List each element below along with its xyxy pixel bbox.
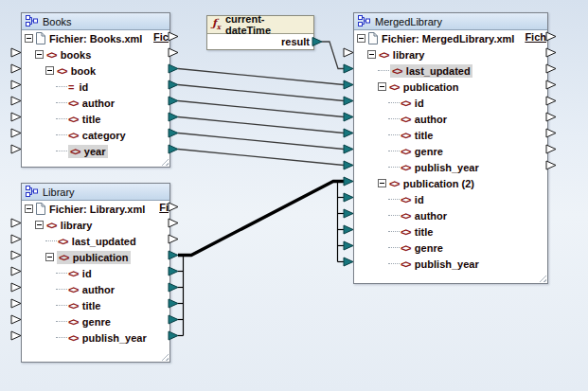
resize-grip[interactable]	[161, 158, 169, 166]
expand-toggle-icon[interactable]	[35, 50, 44, 59]
tree-node-title[interactable]: <>title	[354, 127, 547, 143]
merged-title-input-connector[interactable]	[344, 225, 353, 234]
tree-node-author[interactable]: <>author	[354, 207, 547, 223]
tree-node-last_updated[interactable]: <>last_updated	[354, 62, 547, 79]
wire-books-2[interactable]	[178, 101, 344, 117]
tree-node-genre[interactable]: <>genre	[354, 240, 547, 256]
tree-node-fichier-library-xml[interactable]: Fichier: Library.xmlFi	[22, 201, 169, 217]
library-publication-input-connector[interactable]	[11, 251, 21, 259]
expand-toggle-icon[interactable]	[25, 204, 33, 213]
tree-node-id[interactable]: <>id	[354, 95, 547, 111]
expand-toggle-icon[interactable]	[378, 179, 386, 187]
tree-node-id[interactable]: =id	[22, 79, 169, 95]
component-library[interactable]: Library Fichier: Library.xmlFi<>library<…	[21, 183, 170, 363]
books-title-input-connector[interactable]	[11, 113, 21, 121]
tree-node-id[interactable]: <>id	[354, 191, 547, 207]
merged-publish_year-input-connector[interactable]	[344, 258, 353, 266]
tree-node-publish_year[interactable]: <>publish_year	[22, 329, 169, 346]
tree-node-book[interactable]: <>book	[22, 62, 169, 79]
merged-id-input-connector[interactable]	[344, 97, 353, 105]
wire-books-4[interactable]	[178, 133, 344, 150]
fichier-link[interactable]: Fic	[151, 31, 169, 43]
tree-node-library[interactable]: <>library	[22, 217, 169, 233]
tree-node-author[interactable]: <>author	[354, 111, 547, 127]
tree-node-id[interactable]: <>id	[22, 265, 169, 281]
merged-publication-2--input-connector[interactable]	[344, 177, 353, 186]
fichier-link[interactable]: Fi	[157, 202, 169, 213]
xml-element-icon: <>	[379, 49, 388, 61]
tree-node-genre[interactable]: <>genre	[22, 313, 169, 329]
xml-element-icon: <>	[68, 284, 78, 295]
node-label: last_updated	[72, 236, 136, 247]
function-header[interactable]: ƒx current-dateTime	[207, 16, 313, 34]
merged-id-input-connector[interactable]	[344, 193, 353, 202]
tree-node-fichier-books-xml[interactable]: Fichier: Books.xmlFic	[22, 30, 169, 46]
tree-node-title[interactable]: <>title	[22, 111, 169, 127]
books-author-input-connector[interactable]	[11, 97, 21, 105]
xml-element-icon: <>	[401, 98, 410, 109]
library-library-input-connector[interactable]	[11, 219, 21, 227]
tree-node-genre[interactable]: <>genre	[354, 143, 547, 159]
books-books-input-connector[interactable]	[11, 48, 21, 57]
tree-node-publish_year[interactable]: <>publish_year	[354, 256, 547, 272]
wire-result-to-last-updated[interactable]	[322, 42, 344, 69]
tree-node-title[interactable]: <>title	[22, 297, 169, 313]
wire-books-5[interactable]	[178, 150, 344, 166]
wire-copy-all-publication[interactable]	[178, 182, 344, 256]
wire-books-1[interactable]	[178, 85, 344, 101]
wire-books-0[interactable]	[178, 69, 344, 85]
library-author-input-connector[interactable]	[11, 283, 21, 292]
merged-library-input-connector[interactable]	[344, 48, 353, 57]
tree-node-title[interactable]: <>title	[354, 223, 547, 240]
tree-node-publish_year[interactable]: <>publish_year	[354, 159, 547, 175]
tree-node-publication[interactable]: <>publication	[22, 249, 169, 265]
resize-grip[interactable]	[539, 275, 546, 282]
tree-node-library[interactable]: <>library	[354, 46, 547, 62]
expand-toggle-icon[interactable]	[378, 82, 386, 91]
expand-toggle-icon[interactable]	[25, 34, 33, 43]
component-mergedlibrary-titlebar[interactable]: MergedLibrary	[354, 13, 547, 30]
function-current-datetime[interactable]: ƒx current-dateTime result	[206, 15, 314, 50]
expand-toggle-icon[interactable]	[45, 253, 54, 261]
merged-title-input-connector[interactable]	[344, 129, 353, 137]
merged-author-input-connector[interactable]	[344, 209, 353, 218]
merged-publish_year-input-connector[interactable]	[344, 161, 353, 169]
wire-books-3[interactable]	[178, 117, 344, 133]
tree-node-books[interactable]: <>books	[22, 46, 169, 62]
expand-toggle-icon[interactable]	[367, 50, 376, 59]
books-id-input-connector[interactable]	[11, 80, 21, 89]
tree-node-last_updated[interactable]: <>last_updated	[22, 233, 169, 249]
tree-node-author[interactable]: <>author	[22, 281, 169, 297]
merged-genre-input-connector[interactable]	[344, 145, 353, 153]
library-last_updated-input-connector[interactable]	[11, 235, 21, 243]
tree-node-year[interactable]: <>year	[22, 143, 169, 159]
merged-last_updated-input-connector[interactable]	[344, 64, 353, 73]
highlighted-node: <>year	[68, 145, 108, 158]
merged-author-input-connector[interactable]	[344, 113, 353, 121]
xml-document-icon	[36, 32, 45, 44]
expand-toggle-icon[interactable]	[45, 66, 54, 75]
merged-publication-input-connector[interactable]	[344, 80, 353, 89]
library-genre-input-connector[interactable]	[11, 315, 21, 324]
tree-node-publication[interactable]: <>publication	[354, 79, 547, 95]
expand-toggle-icon[interactable]	[357, 34, 365, 43]
tree-node-category[interactable]: <>category	[22, 127, 169, 143]
expand-toggle-icon[interactable]	[35, 221, 44, 229]
tree-node-publication-2-[interactable]: <>publication (2)	[354, 175, 547, 191]
books-category-input-connector[interactable]	[11, 129, 21, 137]
books-year-input-connector[interactable]	[11, 145, 21, 153]
tree-node-author[interactable]: <>author	[22, 95, 169, 111]
books-book-input-connector[interactable]	[11, 64, 21, 73]
component-books[interactable]: Books Fichier: Books.xmlFic<>books<>book…	[21, 12, 170, 168]
library-title-input-connector[interactable]	[11, 299, 21, 308]
library-id-input-connector[interactable]	[11, 267, 21, 275]
merged-genre-input-connector[interactable]	[344, 241, 353, 250]
component-library-titlebar[interactable]: Library	[22, 184, 169, 201]
tree-node-fichier-mergedlibrary-xml[interactable]: Fichier: MergedLibrary.xmlFich	[354, 30, 547, 46]
component-books-titlebar[interactable]: Books	[22, 13, 169, 30]
library-publish_year-input-connector[interactable]	[11, 331, 21, 340]
resize-grip[interactable]	[161, 353, 169, 361]
fichier-link[interactable]: Fich	[523, 31, 546, 43]
node-label: publish_year	[415, 258, 479, 270]
component-mergedlibrary[interactable]: MergedLibrary Fichier: MergedLibrary.xml…	[353, 12, 548, 284]
